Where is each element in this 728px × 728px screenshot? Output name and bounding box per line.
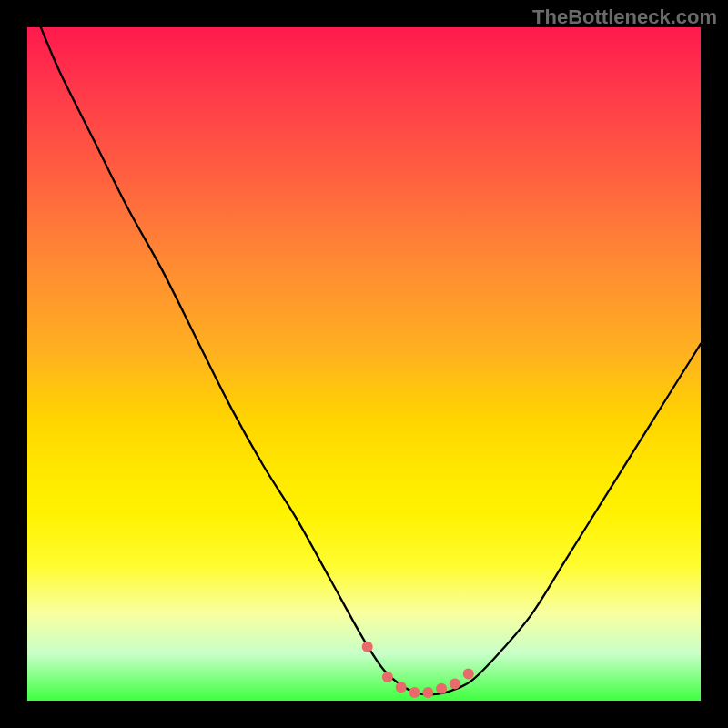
- marker-dot: [436, 683, 447, 694]
- marker-dot: [463, 668, 474, 679]
- marker-dot: [422, 687, 433, 698]
- marker-dot: [382, 672, 393, 682]
- bottleneck-curve: [41, 27, 701, 694]
- marker-dot: [450, 679, 460, 690]
- marker-dot: [362, 642, 373, 652]
- marker-dot: [410, 687, 420, 698]
- watermark-text: TheBottleneck.com: [532, 5, 717, 29]
- chart-overlay: [27, 27, 701, 701]
- chart-frame: TheBottleneck.com: [0, 0, 728, 728]
- marker-dot: [396, 682, 407, 693]
